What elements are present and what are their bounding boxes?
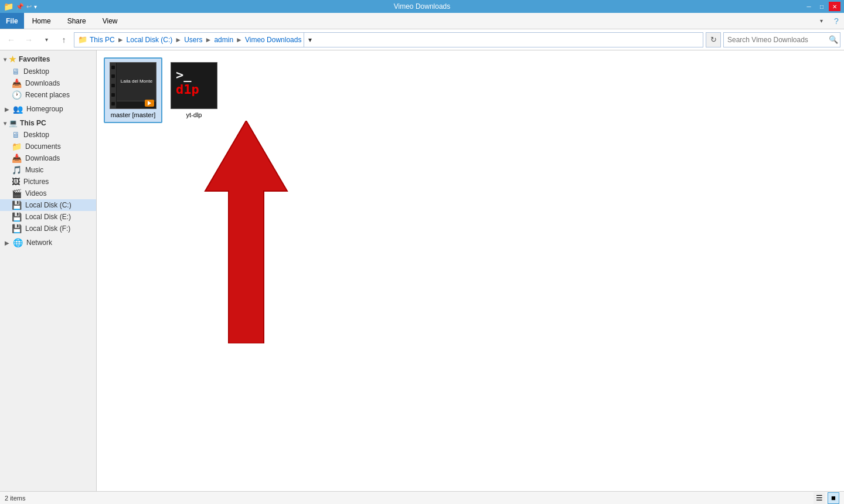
refresh-button[interactable]: ↻ <box>706 32 721 47</box>
search-container: 🔍 <box>723 32 840 47</box>
expand-button[interactable]: ▾ <box>39 32 54 47</box>
sidebar-thispc-desktop-label: Desktop <box>23 131 49 139</box>
content-area: Laila del Monte master [master] <box>97 50 844 491</box>
video-thumb-master: Laila del Monte <box>110 62 156 109</box>
orange-bar <box>117 101 156 109</box>
breadcrumb-users[interactable]: Users <box>184 36 202 44</box>
file-thumbnail-ytdlp: >_ d1p <box>171 62 217 109</box>
minimize-button[interactable]: ─ <box>803 2 815 11</box>
sidebar-item-thispc-videos[interactable]: 🎬 Videos <box>0 188 96 199</box>
title-bar: 📁 📌 ↩ ▾ Vimeo Downloads ─ □ ✕ <box>0 0 844 13</box>
thumb-image: Laila del Monte <box>117 62 156 101</box>
sidebar-item-thispc-documents[interactable]: 📁 Documents <box>0 141 96 152</box>
sidebar-thispc-videos-label: Videos <box>25 189 46 197</box>
film-hole-3 <box>111 84 115 87</box>
sidebar-favorites-header[interactable]: ▾ ★ Favorites <box>0 53 96 66</box>
help-button[interactable]: ? <box>829 13 844 29</box>
terminal-thumb-ytdlp: >_ d1p <box>171 62 217 109</box>
file-item-master[interactable]: Laila del Monte master [master] <box>104 57 162 123</box>
favorites-star-icon: ★ <box>9 55 16 64</box>
sidebar-localdisk-f-label: Local Disk (F:) <box>25 224 70 233</box>
sidebar-item-localdisk-c[interactable]: 💾 Local Disk (C:) <box>0 199 96 211</box>
quick-access-pin: 📌 <box>16 3 24 11</box>
favorites-expand-icon: ▾ <box>4 56 6 63</box>
tab-share[interactable]: Share <box>59 13 94 29</box>
network-expand-icon: ▶ <box>5 240 9 246</box>
sidebar-item-network[interactable]: ▶ 🌐 Network <box>0 237 96 248</box>
sidebar-item-localdisk-f[interactable]: 💾 Local Disk (F:) <box>0 223 96 234</box>
film-hole-1 <box>111 66 115 69</box>
tab-file[interactable]: File <box>0 13 24 29</box>
up-button[interactable]: ↑ <box>56 32 72 47</box>
localdisk-e-icon: 💾 <box>12 212 22 222</box>
thispc-music-icon: 🎵 <box>12 165 22 175</box>
sidebar-thispc-header[interactable]: ▾ 💻 This PC <box>0 117 96 129</box>
arrow-overlay <box>188 121 305 345</box>
status-bar: 2 items ☰ ■ <box>0 491 844 504</box>
sidebar-thispc-section: ▾ 💻 This PC 🖥 Desktop 📁 Documents 📥 Down… <box>0 117 96 234</box>
tab-view[interactable]: View <box>94 13 126 29</box>
sidebar-thispc-label: This PC <box>20 119 46 127</box>
icon-view-button[interactable]: ■ <box>828 492 839 504</box>
sidebar-item-localdisk-e[interactable]: 💾 Local Disk (E:) <box>0 211 96 223</box>
sidebar-favorites-label: Favorites <box>19 55 50 63</box>
sidebar-network-section: ▶ 🌐 Network <box>0 237 96 248</box>
files-grid: Laila del Monte master [master] <box>101 55 839 125</box>
sidebar-recent-label: Recent places <box>25 91 70 99</box>
search-icon[interactable]: 🔍 <box>829 35 838 44</box>
forward-button[interactable]: → <box>21 32 36 47</box>
film-hole-5 <box>111 102 115 105</box>
file-label-master: master [master] <box>111 111 155 118</box>
file-thumbnail-master: Laila del Monte <box>110 62 156 109</box>
svg-marker-0 <box>205 121 287 343</box>
close-button[interactable]: ✕ <box>829 2 840 11</box>
quick-access-down[interactable]: ▾ <box>34 4 37 10</box>
breadcrumb-admin[interactable]: admin <box>214 36 233 44</box>
sidebar-item-recent[interactable]: 🕐 Recent places <box>0 89 96 101</box>
film-hole-4 <box>111 93 115 97</box>
maximize-button[interactable]: □ <box>816 2 828 11</box>
sidebar-item-thispc-desktop[interactable]: 🖥 Desktop <box>0 129 96 141</box>
homegroup-expand-icon: ▶ <box>5 106 9 113</box>
thispc-videos-icon: 🎬 <box>12 189 22 198</box>
sidebar-item-desktop[interactable]: 🖥 Desktop <box>0 66 96 77</box>
search-input[interactable] <box>723 32 840 47</box>
sidebar-item-thispc-music[interactable]: 🎵 Music <box>0 164 96 176</box>
ribbon: File Home Share View ▾ ? <box>0 13 844 29</box>
file-item-ytdlp[interactable]: >_ d1p yt-dlp <box>165 57 223 123</box>
breadcrumb-dropdown[interactable]: ▾ <box>304 32 315 47</box>
thumb-content: Laila del Monte <box>117 63 156 108</box>
breadcrumb-vimeodownloads[interactable]: Vimeo Downloads <box>245 36 302 44</box>
sidebar-item-homegroup[interactable]: ▶ 👥 Homegroup <box>0 103 96 115</box>
breadcrumb-thispc[interactable]: This PC <box>90 36 115 44</box>
desktop-icon: 🖥 <box>12 67 20 76</box>
app-icon: 📁 <box>4 2 13 11</box>
recent-icon: 🕐 <box>12 90 22 100</box>
breadcrumb: 📁 This PC ► Local Disk (C:) ► Users ► ad… <box>74 32 703 47</box>
thispc-documents-icon: 📁 <box>12 142 22 151</box>
sidebar-localdisk-e-label: Local Disk (E:) <box>25 213 71 221</box>
thispc-pictures-icon: 🖼 <box>12 177 20 186</box>
list-view-button[interactable]: ☰ <box>814 492 825 504</box>
back-button[interactable]: ← <box>4 32 19 47</box>
breadcrumb-localdisk[interactable]: Local Disk (C:) <box>127 36 173 44</box>
sidebar-item-thispc-downloads[interactable]: 📥 Downloads <box>0 152 96 164</box>
sidebar-desktop-label: Desktop <box>23 67 49 76</box>
sidebar-network-label: Network <box>26 239 52 247</box>
sidebar-item-downloads[interactable]: 📥 Downloads <box>0 77 96 89</box>
sidebar-item-thispc-pictures[interactable]: 🖼 Pictures <box>0 176 96 188</box>
play-triangle <box>148 101 151 105</box>
downloads-icon: 📥 <box>12 79 22 88</box>
play-overlay <box>145 100 154 107</box>
ribbon-collapse-button[interactable]: ▾ <box>814 13 829 29</box>
sidebar-thispc-pictures-label: Pictures <box>23 178 49 186</box>
tab-home[interactable]: Home <box>24 13 59 29</box>
sidebar-localdisk-c-label: Local Disk (C:) <box>25 201 72 209</box>
window-title: Vimeo Downloads <box>394 2 451 11</box>
sidebar-downloads-label: Downloads <box>25 79 60 87</box>
localdisk-c-icon: 💾 <box>12 200 22 210</box>
thispc-icon: 💻 <box>9 119 18 127</box>
main-layout: ▾ ★ Favorites 🖥 Desktop 📥 Downloads 🕐 Re… <box>0 50 844 491</box>
file-label-ytdlp: yt-dlp <box>186 111 202 118</box>
terminal-dlp-text: d1p <box>176 82 199 97</box>
